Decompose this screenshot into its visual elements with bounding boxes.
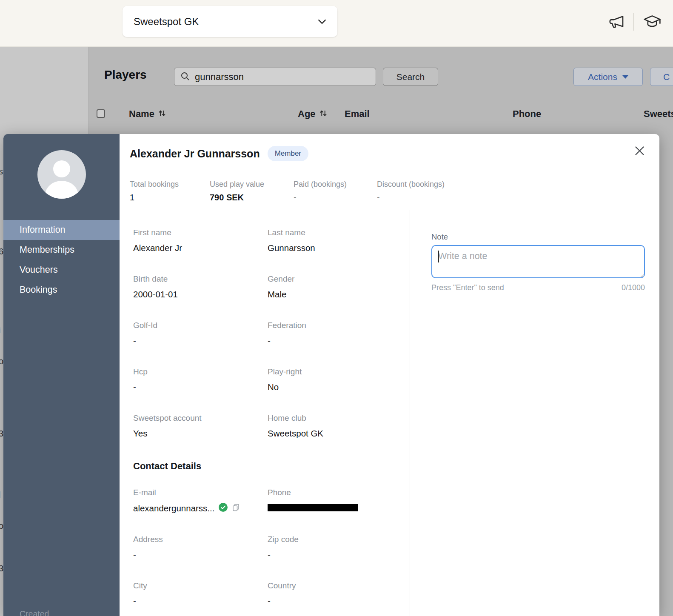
field-federation: Federation - bbox=[268, 321, 410, 346]
field-value: Male bbox=[268, 289, 410, 299]
player-detail-modal: Information Memberships Vouchers Booking… bbox=[3, 134, 659, 616]
field-address: Address - bbox=[133, 535, 268, 560]
stat-label: Used play value bbox=[210, 180, 294, 189]
verified-check-icon bbox=[219, 503, 228, 513]
field-label: Phone bbox=[268, 488, 410, 497]
graduation-cap-icon[interactable] bbox=[642, 13, 662, 31]
field-label: Address bbox=[133, 535, 268, 544]
field-value: - bbox=[133, 550, 268, 560]
note-label: Note bbox=[431, 232, 645, 242]
field-value: - bbox=[133, 336, 268, 346]
modal-content: Alexander Jr Gunnarsson Member Total boo… bbox=[120, 134, 659, 616]
field-gender: Gender Male bbox=[268, 274, 410, 299]
sidebar-footer-created: Created bbox=[20, 609, 49, 616]
stat-value: 1 bbox=[130, 193, 210, 202]
stat-used-play-value: Used play value 790 SEK bbox=[210, 180, 294, 202]
field-value: - bbox=[133, 596, 268, 606]
field-value: Alexander Jr bbox=[133, 243, 268, 253]
field-golf-id: Golf-Id - bbox=[133, 321, 268, 346]
member-badge: Member bbox=[268, 146, 308, 161]
club-selector-dropdown[interactable]: Sweetspot GK bbox=[123, 6, 337, 37]
field-home-club: Home club Sweetspot GK bbox=[268, 414, 410, 439]
field-label: Federation bbox=[268, 321, 410, 330]
field-first-name: First name Alexander Jr bbox=[133, 228, 268, 253]
topbar: Sweetspot GK bbox=[0, 0, 673, 47]
phone-redacted-value bbox=[268, 504, 358, 511]
field-email: E-mail alexandergunnarss... bbox=[133, 488, 268, 513]
field-value: Gunnarsson bbox=[268, 243, 410, 253]
field-label: Zip code bbox=[268, 535, 410, 544]
field-label: Last name bbox=[268, 228, 410, 237]
stat-total-bookings: Total bookings 1 bbox=[130, 180, 210, 202]
field-label: Golf-Id bbox=[133, 321, 268, 330]
field-label: E-mail bbox=[133, 488, 268, 497]
field-label: Hcp bbox=[133, 367, 268, 376]
field-hcp: Hcp - bbox=[133, 367, 268, 392]
field-sweetspot-account: Sweetspot account Yes bbox=[133, 414, 268, 439]
field-value: - bbox=[133, 382, 268, 392]
field-label: Home club bbox=[268, 414, 410, 423]
field-label: Country bbox=[268, 581, 410, 590]
megaphone-icon[interactable] bbox=[608, 13, 625, 30]
field-value: - bbox=[268, 550, 410, 560]
sidebar-item-vouchers[interactable]: Vouchers bbox=[3, 260, 120, 280]
note-input[interactable] bbox=[431, 245, 645, 278]
field-birth-date: Birth date 2000-01-01 bbox=[133, 274, 268, 299]
information-form: First name Alexander Jr Last name Gunnar… bbox=[120, 210, 410, 616]
stat-discount-bookings: Discount (bookings) - bbox=[377, 180, 445, 202]
stat-label: Total bookings bbox=[130, 180, 210, 189]
field-value: - bbox=[268, 336, 410, 346]
field-label: Play-right bbox=[268, 367, 410, 376]
field-last-name: Last name Gunnarsson bbox=[268, 228, 410, 253]
field-value: - bbox=[268, 596, 410, 606]
field-value: 2000-01-01 bbox=[133, 289, 268, 299]
stat-value: - bbox=[294, 193, 377, 202]
field-label: First name bbox=[133, 228, 268, 237]
field-value: Sweetspot GK bbox=[268, 428, 410, 439]
app-root: s 6 i o 3 l o 3 Players gunnarsson Searc… bbox=[0, 0, 673, 616]
field-zip-code: Zip code - bbox=[268, 535, 410, 560]
field-country: Country - bbox=[268, 581, 410, 606]
stat-label: Paid (bookings) bbox=[294, 180, 377, 189]
chevron-down-icon bbox=[318, 19, 326, 24]
email-value: alexandergunnarss... bbox=[133, 503, 214, 513]
field-label: Sweetspot account bbox=[133, 414, 268, 423]
sidebar-item-bookings[interactable]: Bookings bbox=[3, 280, 120, 300]
field-label: Birth date bbox=[133, 274, 268, 284]
modal-sidebar-menu: Information Memberships Vouchers Booking… bbox=[3, 220, 120, 300]
close-icon[interactable] bbox=[632, 143, 647, 158]
modal-sidebar: Information Memberships Vouchers Booking… bbox=[3, 134, 120, 616]
field-label: Gender bbox=[268, 274, 410, 284]
sidebar-item-memberships[interactable]: Memberships bbox=[3, 240, 120, 260]
sidebar-item-information[interactable]: Information bbox=[3, 220, 120, 240]
stat-paid-bookings: Paid (bookings) - bbox=[294, 180, 377, 202]
avatar bbox=[37, 150, 86, 199]
field-label: City bbox=[133, 581, 268, 590]
field-play-right: Play-right No bbox=[268, 367, 410, 392]
note-panel: Note Press "Enter" to send 0/1000 bbox=[410, 210, 659, 616]
note-hint: Press "Enter" to send bbox=[431, 283, 504, 292]
stat-value: 790 SEK bbox=[210, 193, 294, 202]
player-name: Alexander Jr Gunnarsson bbox=[130, 148, 260, 160]
field-value: No bbox=[268, 382, 410, 392]
player-stats: Total bookings 1 Used play value 790 SEK… bbox=[120, 180, 659, 202]
field-value: Yes bbox=[133, 428, 268, 439]
text-cursor bbox=[438, 251, 439, 262]
club-selector-value: Sweetspot GK bbox=[134, 16, 199, 28]
copy-icon[interactable] bbox=[232, 503, 240, 513]
stat-label: Discount (bookings) bbox=[377, 180, 445, 189]
field-phone: Phone bbox=[268, 488, 410, 513]
stat-value: - bbox=[377, 193, 445, 202]
topbar-divider bbox=[633, 13, 634, 31]
field-city: City - bbox=[133, 581, 268, 606]
note-char-counter: 0/1000 bbox=[622, 283, 645, 292]
contact-details-heading: Contact Details bbox=[133, 461, 410, 472]
